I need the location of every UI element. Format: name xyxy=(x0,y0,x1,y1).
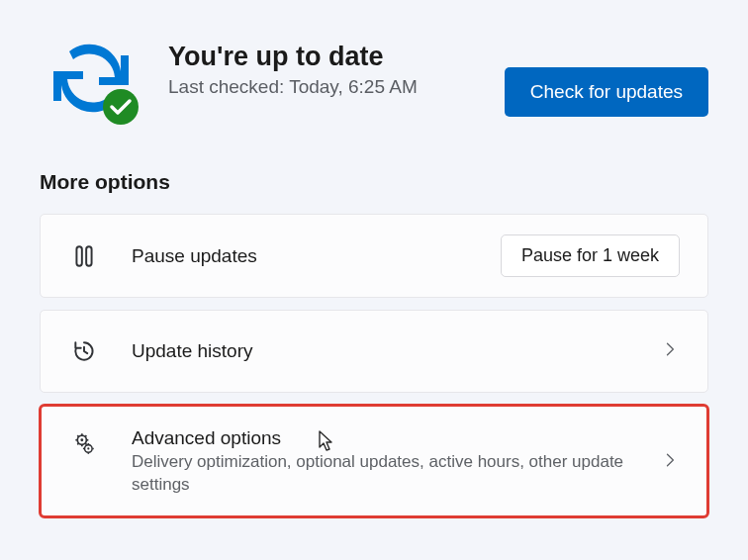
pause-for-1-week-button[interactable]: Pause for 1 week xyxy=(501,234,680,277)
history-icon xyxy=(68,335,100,367)
pause-updates-label: Pause updates xyxy=(132,245,469,267)
advanced-options-label: Advanced options xyxy=(132,427,628,449)
chevron-right-icon xyxy=(660,339,680,363)
pause-icon xyxy=(68,240,100,272)
svg-rect-2 xyxy=(86,246,91,266)
gears-icon xyxy=(68,427,100,459)
svg-point-4 xyxy=(80,438,83,441)
update-history-row[interactable]: Update history xyxy=(40,310,708,393)
more-options-heading: More options xyxy=(40,170,708,194)
advanced-options-description: Delivery optimization, optional updates,… xyxy=(132,451,628,497)
update-status-icon xyxy=(40,30,142,127)
svg-point-14 xyxy=(87,447,89,449)
check-for-updates-button[interactable]: Check for updates xyxy=(505,67,708,117)
svg-line-10 xyxy=(85,443,86,444)
status-title: You're up to date xyxy=(168,42,479,72)
chevron-right-icon xyxy=(660,450,680,474)
pause-updates-row[interactable]: Pause updates Pause for 1 week xyxy=(40,214,708,298)
svg-line-9 xyxy=(77,435,78,436)
svg-point-0 xyxy=(103,89,139,125)
svg-line-11 xyxy=(77,443,78,444)
advanced-options-row[interactable]: Advanced options Delivery optimization, … xyxy=(40,405,708,517)
svg-line-12 xyxy=(85,435,86,436)
update-history-label: Update history xyxy=(132,340,628,362)
status-last-checked: Last checked: Today, 6:25 AM xyxy=(168,74,479,101)
svg-rect-1 xyxy=(76,246,81,266)
